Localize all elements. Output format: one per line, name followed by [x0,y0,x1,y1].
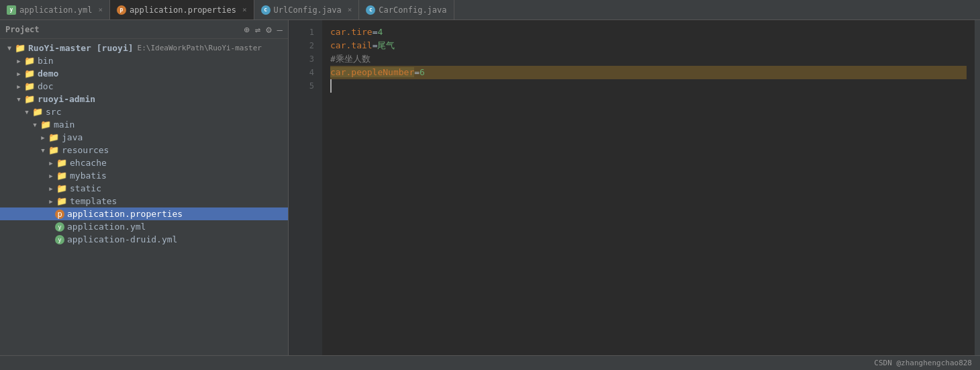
line-num-3: 3 [289,52,314,66]
arrow-down-src-icon: ▼ [23,108,31,116]
mybatis-label: mybatis [70,171,107,181]
app-druid-file-icon: y [55,235,64,244]
editor-scrollbar[interactable] [975,20,980,355]
sidebar-item-app-yml[interactable]: y application.yml [0,220,288,233]
sync-icon[interactable]: ⇌ [255,24,260,35]
sidebar-item-mybatis[interactable]: ▶ 📁 mybatis [0,169,288,182]
sidebar-item-doc[interactable]: ▶ 📁 doc [0,80,288,93]
resources-label: resources [62,145,109,155]
arrow-down-main-icon: ▼ [31,121,39,129]
tab-props-close[interactable]: × [242,5,247,14]
tab-yml-close[interactable]: × [98,5,103,14]
tab-carconfig[interactable]: c CarConfig.java [359,0,454,19]
key-2: car.tail [330,40,373,50]
demo-label: demo [38,68,58,79]
code-line-2: car.tail=尾气 [330,39,967,52]
ehcache-label: ehcache [70,158,107,168]
minimize-icon[interactable]: — [277,24,283,35]
sidebar-item-demo[interactable]: ▶ 📁 demo [0,67,288,80]
tab-carconfig-label: CarConfig.java [379,5,446,15]
app-yml-label: application.yml [67,222,146,232]
main-label: main [54,120,75,130]
code-line-1: car.tire=4 [330,26,967,39]
line-num-1: 1 [289,26,314,39]
tab-urlconfig-close[interactable]: × [348,5,352,14]
arrow-right-ehcache-icon: ▶ [47,159,55,167]
editor-content: 1 2 3 4 5 car.tire=4 car.tail=尾气 #乘坐人数 c… [289,20,980,355]
editor-area: 1 2 3 4 5 car.tire=4 car.tail=尾气 #乘坐人数 c… [289,20,980,355]
static-folder-icon: 📁 [56,185,67,193]
templates-label: templates [70,196,117,206]
tab-props[interactable]: p application.properties × [110,0,254,19]
sidebar-item-ehcache[interactable]: ▶ 📁 ehcache [0,156,288,169]
line-num-5: 5 [289,79,314,93]
sidebar-item-resources[interactable]: ▼ 📁 resources [0,144,288,156]
doc-folder-icon: 📁 [24,83,35,91]
sidebar-item-static[interactable]: ▶ 📁 static [0,182,288,195]
demo-folder-icon: 📁 [24,70,35,78]
tab-urlconfig[interactable]: c UrlConfig.java × [254,0,360,19]
code-line-4: car.peopleNumber=6 [330,66,967,79]
key-1: car.tire [330,27,373,37]
resources-folder-icon: 📁 [48,146,59,154]
project-path: E:\IdeaWorkPath\RuoYi-master [138,44,262,52]
arrow-right-doc-icon: ▶ [15,83,23,91]
static-label: static [70,183,101,193]
code-line-3: #乘坐人数 [330,52,967,66]
app-yml-file-icon: y [55,222,64,232]
ruoyi-admin-label: ruoyi-admin [38,94,95,104]
attribution-text: CSDN @zhanghengchao828 [874,359,972,367]
sidebar-item-src[interactable]: ▼ 📁 src [0,105,288,118]
java-folder-icon: 📁 [48,134,59,142]
java-label: java [62,132,83,142]
ruoyi-folder-icon: 📁 [24,95,35,103]
tab-bar: y application.yml × p application.proper… [0,0,980,20]
sidebar-item-ruoyi-admin[interactable]: ▼ 📁 ruoyi-admin [0,93,288,105]
doc-label: doc [38,81,53,91]
project-root-label: RuoYi-master [ruoyi] [28,43,134,53]
sidebar-item-app-druid[interactable]: y application-druid.yml [0,233,288,246]
sidebar-item-bin[interactable]: ▶ 📁 bin [0,54,288,67]
project-root[interactable]: ▼ 📁 RuoYi-master [ruoyi] E:\IdeaWorkPath… [0,42,288,54]
arrow-right-static-icon: ▶ [47,185,55,193]
value-1: 4 [377,27,383,37]
main-folder-icon: 📁 [40,121,51,129]
arrow-right-mybatis-icon: ▶ [47,172,55,180]
line-num-2: 2 [289,39,314,52]
arrow-right-demo-icon: ▶ [15,70,23,78]
comment-3: #乘坐人数 [330,54,371,64]
arrow-down-resources-icon: ▼ [39,146,47,154]
app-props-label: application.properties [67,209,183,219]
props-icon: p [117,5,126,15]
sidebar-item-app-props[interactable]: p application.properties [0,207,288,220]
mybatis-folder-icon: 📁 [56,172,67,180]
arrow-right-bin-icon: ▶ [15,57,23,65]
key-4: car.peopleNumber [330,67,414,77]
app-druid-label: application-druid.yml [67,234,177,244]
sidebar-item-main[interactable]: ▼ 📁 main [0,118,288,131]
src-label: src [46,107,61,117]
arrow-right-java-icon: ▶ [39,134,47,142]
code-editor[interactable]: car.tire=4 car.tail=尾气 #乘坐人数 car.peopleN… [322,20,975,355]
line-numbers: 1 2 3 4 5 [289,20,322,355]
sidebar-item-java[interactable]: ▶ 📁 java [0,131,288,144]
tab-urlconfig-label: UrlConfig.java [274,5,342,15]
bin-label: bin [38,56,53,66]
sidebar: Project ⊕ ⇌ ⚙ — ▼ 📁 RuoYi-master [ruoyi]… [0,20,289,355]
app-props-file-icon: p [55,210,64,219]
urlconfig-icon: c [261,5,271,15]
sidebar-header: Project ⊕ ⇌ ⚙ — [0,20,288,39]
add-icon[interactable]: ⊕ [244,24,249,35]
carconfig-icon: c [366,5,375,15]
templates-folder-icon: 📁 [56,197,67,205]
gear-icon[interactable]: ⚙ [266,24,271,35]
tab-yml-label: application.yml [19,5,92,15]
arrow-right-templates-icon: ▶ [47,197,55,205]
tab-props-label: application.properties [130,5,236,15]
line-num-4: 4 [289,66,314,79]
arrow-down-ruoyi-icon: ▼ [15,95,23,103]
sidebar-item-templates[interactable]: ▶ 📁 templates [0,195,288,207]
sidebar-actions: ⊕ ⇌ ⚙ — [244,24,283,35]
arrow-down-icon: ▼ [5,44,13,52]
tab-yml[interactable]: y application.yml × [0,0,110,19]
